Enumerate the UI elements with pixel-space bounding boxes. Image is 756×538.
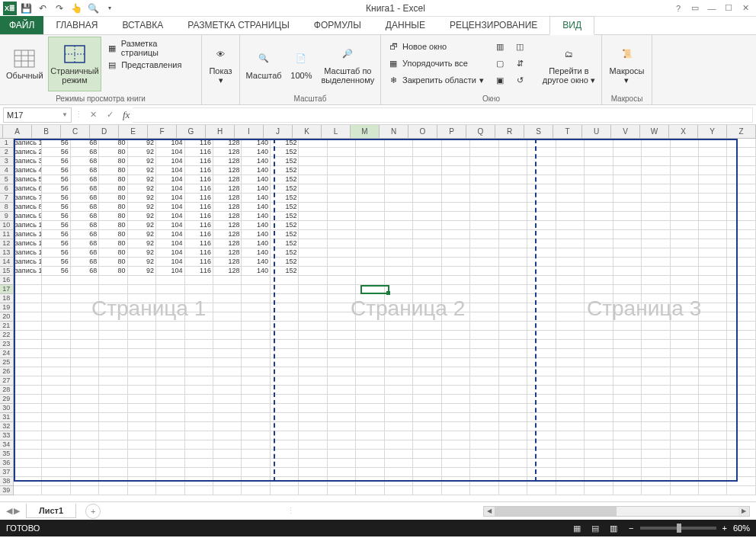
- cell[interactable]: [356, 322, 384, 331]
- cell[interactable]: запись 3: [14, 157, 42, 166]
- cell[interactable]: запись 1: [14, 139, 42, 148]
- cell[interactable]: 140: [242, 157, 270, 166]
- cell[interactable]: [499, 203, 527, 212]
- ribbon-options-button[interactable]: ▭: [687, 2, 703, 15]
- cell[interactable]: [271, 349, 299, 358]
- cell[interactable]: [613, 312, 642, 322]
- cell[interactable]: [328, 386, 356, 395]
- cell[interactable]: [14, 285, 42, 294]
- cell[interactable]: [413, 267, 441, 276]
- cell[interactable]: [299, 404, 327, 413]
- cell[interactable]: [385, 395, 413, 404]
- cell[interactable]: [671, 340, 699, 349]
- cell[interactable]: [671, 349, 699, 358]
- row-header-9[interactable]: 9: [0, 212, 14, 221]
- cell[interactable]: [613, 322, 642, 331]
- cell[interactable]: [42, 322, 70, 331]
- cell[interactable]: [671, 312, 699, 322]
- cell[interactable]: [413, 468, 441, 477]
- cell[interactable]: [71, 358, 99, 367]
- sheet-tab-1[interactable]: Лист1: [26, 504, 76, 518]
- cell[interactable]: [527, 349, 556, 358]
- cell[interactable]: [442, 267, 470, 276]
- cell[interactable]: [613, 212, 642, 221]
- cell[interactable]: [699, 431, 727, 440]
- cell[interactable]: [499, 276, 527, 285]
- cell[interactable]: [727, 486, 755, 495]
- cell[interactable]: [271, 468, 299, 477]
- cell[interactable]: 92: [128, 166, 156, 175]
- cell[interactable]: [185, 340, 213, 349]
- cell[interactable]: [442, 248, 470, 258]
- cell[interactable]: [356, 422, 384, 431]
- cell[interactable]: [527, 248, 556, 258]
- cell[interactable]: [185, 486, 213, 495]
- cell[interactable]: [156, 322, 184, 331]
- cell[interactable]: [671, 166, 699, 175]
- cell[interactable]: 80: [99, 267, 127, 276]
- cell[interactable]: [699, 322, 727, 331]
- cell[interactable]: [470, 239, 498, 248]
- cell[interactable]: 80: [99, 221, 127, 230]
- cell[interactable]: [413, 386, 441, 395]
- cell[interactable]: [14, 358, 42, 367]
- cell[interactable]: [527, 395, 556, 404]
- cell[interactable]: [585, 166, 613, 175]
- cell[interactable]: [527, 459, 556, 468]
- cell[interactable]: [442, 312, 470, 322]
- cell[interactable]: запись 4: [14, 166, 42, 175]
- col-header-Q[interactable]: Q: [466, 125, 495, 138]
- cell[interactable]: 80: [99, 148, 127, 157]
- cell[interactable]: [470, 148, 498, 157]
- cell[interactable]: [727, 267, 755, 276]
- cell[interactable]: [385, 230, 413, 239]
- cell[interactable]: [356, 303, 384, 312]
- cell[interactable]: [727, 395, 755, 404]
- cell[interactable]: 116: [185, 212, 213, 221]
- cell[interactable]: [413, 166, 441, 175]
- cell[interactable]: [613, 349, 642, 358]
- cell[interactable]: 92: [128, 203, 156, 212]
- cell[interactable]: [328, 157, 356, 166]
- cell[interactable]: [271, 331, 299, 340]
- cell[interactable]: 68: [71, 248, 99, 258]
- cell[interactable]: [727, 239, 755, 248]
- row-header-21[interactable]: 21: [0, 322, 14, 331]
- cell[interactable]: [671, 459, 699, 468]
- cell[interactable]: [213, 322, 242, 331]
- cell[interactable]: 56: [42, 258, 70, 267]
- cell[interactable]: [613, 248, 642, 258]
- cell[interactable]: [71, 331, 99, 340]
- cell[interactable]: [356, 230, 384, 239]
- cell[interactable]: [14, 404, 42, 413]
- cell[interactable]: 68: [71, 184, 99, 194]
- cell[interactable]: [356, 194, 384, 203]
- cell[interactable]: [699, 477, 727, 486]
- cell[interactable]: [14, 376, 42, 386]
- cell[interactable]: [556, 194, 585, 203]
- cell[interactable]: 152: [271, 175, 299, 184]
- cell[interactable]: [499, 267, 527, 276]
- cell[interactable]: [299, 450, 327, 459]
- cell[interactable]: [613, 358, 642, 367]
- cell[interactable]: [185, 376, 213, 386]
- cell[interactable]: [413, 285, 441, 294]
- cell[interactable]: [642, 239, 670, 248]
- cell[interactable]: 68: [71, 267, 99, 276]
- cell[interactable]: [356, 285, 384, 294]
- cell[interactable]: [14, 413, 42, 422]
- cell[interactable]: 80: [99, 230, 127, 239]
- cell[interactable]: [328, 367, 356, 376]
- page-layout-button[interactable]: ▦ Разметка страницы: [103, 40, 198, 56]
- cell[interactable]: [185, 450, 213, 459]
- cell[interactable]: 56: [42, 157, 70, 166]
- zoom-in-button[interactable]: +: [722, 524, 727, 533]
- cell[interactable]: запись 13: [14, 248, 42, 258]
- cell[interactable]: 68: [71, 212, 99, 221]
- cell[interactable]: [156, 386, 184, 395]
- cell[interactable]: [328, 431, 356, 440]
- cell[interactable]: [642, 340, 670, 349]
- cell[interactable]: [99, 285, 127, 294]
- cell[interactable]: [99, 440, 127, 450]
- cell[interactable]: [527, 148, 556, 157]
